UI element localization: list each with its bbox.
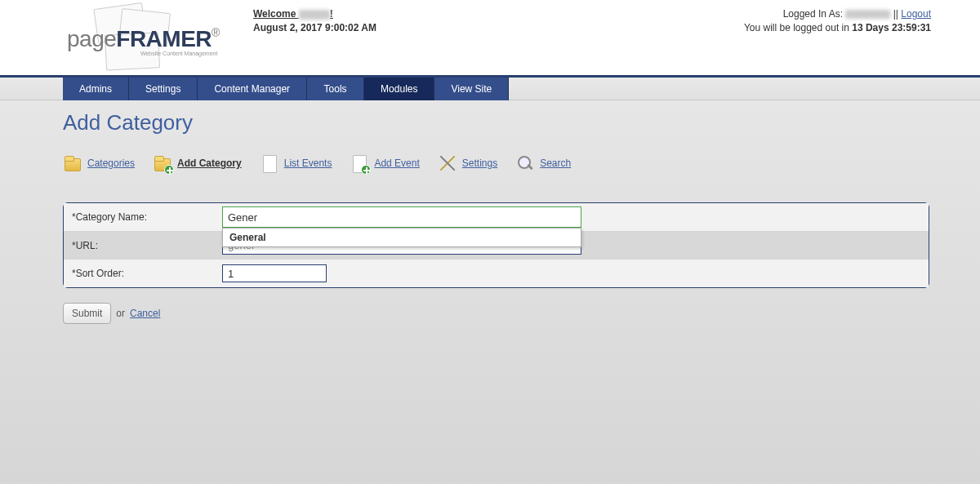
logged-in-prefix: Logged In As: <box>783 8 846 20</box>
row-sort-order: *Sort Order: <box>64 260 929 287</box>
toolbar-add-event-label[interactable]: Add Event <box>374 157 419 169</box>
autocomplete-dropdown[interactable]: General <box>222 228 581 247</box>
label-category-name: *Category Name: <box>64 211 216 223</box>
input-sort-order[interactable] <box>222 264 327 282</box>
toolbar-search[interactable]: Search <box>515 153 571 173</box>
logo-text: pageFRAMER® <box>67 26 220 52</box>
login-area: Logged In As: || Logout You will be logg… <box>744 3 931 75</box>
folder-icon <box>63 153 82 173</box>
page-body: Add Category Categories Add Category Lis… <box>0 100 980 484</box>
or-text: or <box>116 308 125 319</box>
cancel-link[interactable]: Cancel <box>130 308 160 319</box>
welcome-username-redacted <box>299 10 330 20</box>
separator: || <box>893 8 902 20</box>
tools-icon <box>438 153 457 173</box>
label-sort-order: *Sort Order: <box>64 268 216 279</box>
logo: pageFRAMER® Website Content Management <box>67 3 253 75</box>
header-date: August 2, 2017 9:00:02 AM <box>253 22 744 33</box>
nav-view-site[interactable]: View Site <box>434 78 509 100</box>
autocomplete-option[interactable]: General <box>229 232 266 243</box>
input-category-name[interactable] <box>222 206 581 228</box>
timeout-value: 13 Days 23:59:31 <box>852 22 931 33</box>
logo-part1: page <box>67 26 116 51</box>
toolbar-add-category[interactable]: Add Category <box>153 153 242 173</box>
icon-toolbar: Categories Add Category List Events Add … <box>63 153 929 173</box>
form-table: *Category Name: General *URL: *Sort Orde… <box>63 202 929 288</box>
toolbar-settings-label[interactable]: Settings <box>462 157 497 169</box>
welcome-suffix: ! <box>330 8 333 20</box>
toolbar-settings[interactable]: Settings <box>438 153 497 173</box>
nav-tools[interactable]: Tools <box>307 78 364 100</box>
toolbar-list-events[interactable]: List Events <box>260 153 332 173</box>
toolbar-add-event[interactable]: Add Event <box>350 153 419 173</box>
toolbar-add-category-label[interactable]: Add Category <box>177 157 242 169</box>
submit-row: Submit or Cancel <box>63 303 929 324</box>
search-icon <box>515 153 535 173</box>
timeout-prefix: You will be logged out in <box>744 22 852 33</box>
nav-content-manager[interactable]: Content Manager <box>198 78 307 100</box>
logged-in-user-redacted <box>845 10 890 19</box>
header: pageFRAMER® Website Content Management W… <box>0 0 980 78</box>
welcome-area: Welcome ! August 2, 2017 9:00:02 AM <box>253 3 744 75</box>
row-category-name: *Category Name: General <box>64 203 929 232</box>
toolbar-categories[interactable]: Categories <box>63 153 135 173</box>
page-title: Add Category <box>63 110 929 135</box>
nav-admins[interactable]: Admins <box>63 78 129 100</box>
toolbar-categories-label[interactable]: Categories <box>87 157 135 169</box>
logout-link[interactable]: Logout <box>901 8 931 20</box>
folder-plus-icon <box>153 153 172 173</box>
toolbar-list-events-label[interactable]: List Events <box>284 157 332 169</box>
logo-subtitle: Website Content Management <box>140 51 217 56</box>
submit-button[interactable]: Submit <box>63 303 111 324</box>
welcome-line: Welcome ! <box>253 8 333 20</box>
toolbar-search-label[interactable]: Search <box>540 157 571 169</box>
nav-settings[interactable]: Settings <box>129 78 198 100</box>
main-nav: Admins Settings Content Manager Tools Mo… <box>0 78 980 100</box>
page-icon <box>260 153 279 173</box>
logo-part2: FRAMER <box>116 26 212 51</box>
nav-modules[interactable]: Modules <box>364 78 434 100</box>
page-plus-icon <box>350 153 369 173</box>
label-url: *URL: <box>64 240 216 251</box>
welcome-prefix: Welcome <box>253 8 299 20</box>
